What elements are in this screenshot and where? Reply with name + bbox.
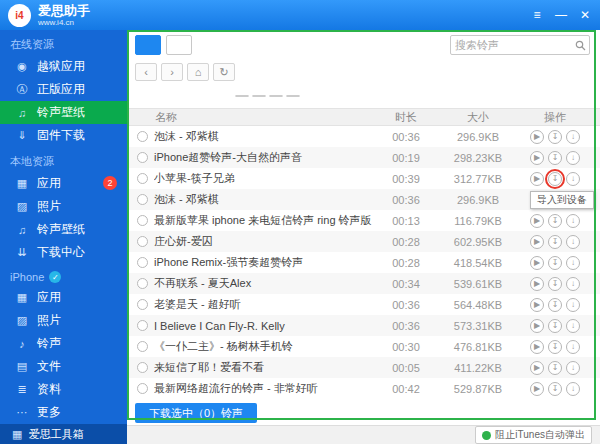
search-input[interactable] [451, 39, 571, 51]
back-button[interactable]: ‹ [135, 63, 157, 81]
ringtone-size: 539.61KB [436, 278, 520, 290]
select-radio[interactable] [137, 173, 148, 184]
import-to-device-button[interactable]: ↧ [548, 235, 562, 249]
select-radio[interactable] [137, 278, 148, 289]
download-button[interactable]: ↓ [566, 256, 580, 270]
sidebar-item[interactable]: ⇓ 固件下载 [0, 124, 127, 147]
download-button[interactable]: ↓ [566, 277, 580, 291]
import-to-device-button[interactable]: ↧ [548, 277, 562, 291]
tab[interactable] [135, 35, 161, 55]
minimize-button[interactable]: — [554, 8, 568, 22]
download-selected-button[interactable]: 下载选中（0）铃声 [135, 403, 257, 423]
table-row[interactable]: I Believe I Can Fly-R. Kelly 00:36 573.3… [127, 315, 600, 336]
sidebar-item[interactable]: ⋯ 更多 [0, 401, 127, 424]
select-radio[interactable] [137, 131, 148, 142]
close-button[interactable]: ✕ [578, 8, 592, 22]
table-row[interactable]: 泡沫 - 邓紫棋 00:36 296.9KB ▶ ↧ ↓ 导入到设备 [127, 126, 600, 147]
import-to-device-button[interactable]: ↧ [548, 214, 562, 228]
play-button[interactable]: ▶ [530, 214, 544, 228]
play-button[interactable]: ▶ [530, 277, 544, 291]
play-button[interactable]: ▶ [530, 256, 544, 270]
download-button[interactable]: ↓ [566, 298, 580, 312]
select-radio[interactable] [137, 383, 148, 394]
table-row[interactable]: 来短信了耶！爱看不看 00:05 411.22KB ▶ ↧ ↓ 导入到设备 [127, 357, 600, 378]
play-button[interactable]: ▶ [530, 361, 544, 375]
import-to-device-button[interactable]: ↧ [548, 361, 562, 375]
sidebar-item[interactable]: ▨ 照片 [0, 309, 127, 332]
sidebar-item[interactable]: ▦ 应用 2 [0, 172, 127, 195]
select-radio[interactable] [137, 236, 148, 247]
forward-button[interactable]: › [161, 63, 183, 81]
content-tabs [135, 35, 197, 55]
table-row[interactable]: iPhone Remix-强节奏超赞铃声 00:28 418.54KB ▶ ↧ … [127, 252, 600, 273]
select-radio[interactable] [137, 320, 148, 331]
refresh-button[interactable]: ↻ [213, 63, 235, 81]
sidebar-item[interactable]: ♫ 铃声壁纸 [0, 218, 127, 241]
sidebar-item[interactable]: ▦ 应用 [0, 286, 127, 309]
play-button[interactable]: ▶ [530, 151, 544, 165]
play-button[interactable]: ▶ [530, 298, 544, 312]
table-row[interactable]: 最新网络超流行的铃声 - 非常好听 00:42 529.87KB ▶ ↧ ↓ 导… [127, 378, 600, 399]
nav-toolbar: ‹ › ⌂ ↻ [127, 60, 600, 84]
select-radio[interactable] [137, 215, 148, 226]
import-to-device-button[interactable]: ↧ [548, 319, 562, 333]
select-radio[interactable] [137, 152, 148, 163]
import-to-device-button[interactable]: ↧ [548, 256, 562, 270]
sidebar-item[interactable]: ⇊ 下载中心 [0, 241, 127, 264]
download-button[interactable]: ↓ [566, 235, 580, 249]
table-row[interactable]: 庄心妍-爱囚 00:28 602.95KB ▶ ↧ ↓ 导入到设备 [127, 231, 600, 252]
sidebar-item[interactable]: ♪ 铃声 [0, 332, 127, 355]
select-radio[interactable] [137, 341, 148, 352]
menu-icon[interactable]: ≡ [530, 8, 544, 22]
download-button[interactable]: ↓ [566, 151, 580, 165]
download-button[interactable]: ↓ [566, 172, 580, 186]
sidebar-item[interactable]: Ⓐ 正版应用 [0, 78, 127, 101]
category-chip[interactable] [252, 95, 266, 97]
import-to-device-button[interactable]: ↧ [548, 130, 562, 144]
sidebar-item[interactable]: ◉ 越狱应用 [0, 55, 127, 78]
play-button[interactable]: ▶ [530, 130, 544, 144]
play-button[interactable]: ▶ [530, 340, 544, 354]
play-button[interactable]: ▶ [530, 235, 544, 249]
sidebar-item[interactable]: ♫ 铃声壁纸 [0, 101, 127, 124]
category-chip[interactable] [286, 95, 300, 97]
sidebar-item[interactable]: ▤ 文件 [0, 355, 127, 378]
download-button[interactable]: ↓ [566, 319, 580, 333]
sidebar-item[interactable]: ≣ 资料 [0, 378, 127, 401]
tab[interactable] [166, 35, 192, 55]
category-chip[interactable] [269, 95, 283, 97]
select-radio[interactable] [137, 299, 148, 310]
sidebar-item-icon: ▨ [15, 314, 29, 327]
search-icon[interactable] [571, 40, 589, 51]
download-button[interactable]: ↓ [566, 361, 580, 375]
sidebar-item[interactable]: ▨ 照片 [0, 195, 127, 218]
select-radio[interactable] [137, 194, 148, 205]
table-row[interactable]: 不再联系 - 夏天Alex 00:34 539.61KB ▶ ↧ ↓ 导入到设备 [127, 273, 600, 294]
toolbox-button[interactable]: ▦ 爱思工具箱 [0, 424, 127, 444]
import-to-device-button[interactable]: ↧ [548, 382, 562, 396]
download-button[interactable]: ↓ [566, 130, 580, 144]
download-button[interactable]: ↓ [566, 382, 580, 396]
select-radio[interactable] [137, 257, 148, 268]
table-row[interactable]: 小苹果-筷子兄弟 00:39 312.77KB ▶ ↧ ↓ 导入到设备 [127, 168, 600, 189]
ringtone-duration: 00:28 [376, 257, 436, 269]
home-button[interactable]: ⌂ [187, 63, 209, 81]
table-row[interactable]: 最新版苹果 iphone 来电短信铃声 ring 铃声版 00:13 116.7… [127, 210, 600, 231]
play-button[interactable]: ▶ [530, 172, 544, 186]
download-button[interactable]: ↓ [566, 214, 580, 228]
table-row[interactable]: 《一仆二主》- 杨树林手机铃 00:30 476.81KB ▶ ↧ ↓ 导入到设… [127, 336, 600, 357]
import-to-device-button[interactable]: ↧ [548, 172, 562, 186]
table-row[interactable]: 老婆是天 - 超好听 00:36 564.48KB ▶ ↧ ↓ 导入到设备 [127, 294, 600, 315]
block-itunes-toggle[interactable]: 阻止iTunes自动弹出 [475, 426, 592, 444]
sidebar-section-iphone: iPhone ✓ [0, 264, 127, 286]
play-button[interactable]: ▶ [530, 382, 544, 396]
import-to-device-button[interactable]: ↧ [548, 340, 562, 354]
category-chip[interactable] [235, 95, 249, 97]
download-button[interactable]: ↓ [566, 340, 580, 354]
import-to-device-button[interactable]: ↧ [548, 298, 562, 312]
select-radio[interactable] [137, 362, 148, 373]
table-row[interactable]: iPhone超赞铃声-大自然的声音 00:19 298.23KB ▶ ↧ ↓ 导… [127, 147, 600, 168]
play-button[interactable]: ▶ [530, 319, 544, 333]
ringtone-size: 602.95KB [436, 236, 520, 248]
import-to-device-button[interactable]: ↧ [548, 151, 562, 165]
